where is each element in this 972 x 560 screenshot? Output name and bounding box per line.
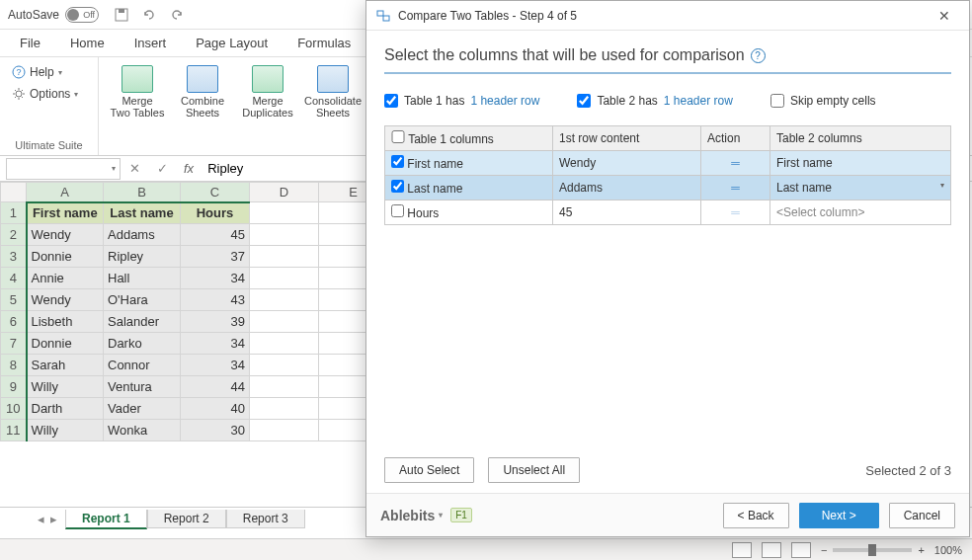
table-row[interactable]: Hours [385,200,553,225]
options-button[interactable]: Options▾ [8,83,82,105]
sheet-tab[interactable]: Report 2 [147,510,226,528]
cell[interactable]: Vader [104,398,181,420]
sheet-nav-prev-icon[interactable]: ◂ [38,512,44,526]
column-header[interactable]: B [104,183,181,202]
column-checkbox[interactable] [391,204,404,217]
row-header[interactable]: 7 [1,333,27,355]
cell[interactable]: Salander [104,311,181,333]
accept-formula-icon[interactable]: ✓ [148,161,176,176]
cell[interactable]: Lisbeth [27,311,104,333]
cell[interactable]: Annie [27,268,104,289]
column-checkbox[interactable] [391,155,404,168]
cell[interactable]: Wendy [27,289,104,311]
cell[interactable]: O'Hara [104,289,181,311]
cell[interactable]: Ventura [104,376,181,398]
column-checkbox[interactable] [391,180,404,193]
autosave-toggle[interactable]: AutoSave Off [8,7,99,23]
row-header[interactable]: 8 [1,355,27,376]
dialog-titlebar[interactable]: Compare Two Tables - Step 4 of 5 ✕ [366,1,969,31]
next-button[interactable]: Next > [799,503,879,528]
row-header[interactable]: 5 [1,289,27,311]
name-box[interactable]: ▾ [6,158,121,180]
fx-icon[interactable]: fx [176,161,202,176]
redo-icon[interactable] [168,6,186,24]
cancel-button[interactable]: Cancel [889,503,955,528]
row-header[interactable]: 6 [1,311,27,333]
table2-column-select[interactable]: <Select column> [770,200,951,225]
row-header[interactable]: 3 [1,246,27,268]
cell[interactable]: Hours [181,202,250,224]
column-header[interactable]: D [250,183,319,202]
table2-header-link[interactable]: 1 header row [664,94,733,108]
cell[interactable]: Ripley [104,246,181,268]
cell[interactable]: Donnie [27,333,104,355]
cell[interactable]: Last name [104,202,181,224]
cell[interactable]: 44 [181,376,250,398]
merge-duplicates-button[interactable]: Merge Duplicates [237,61,298,119]
tab-insert[interactable]: Insert [121,32,181,54]
tab-pagelayout[interactable]: Page Layout [182,32,282,54]
consolidate-sheets-button[interactable]: Consolidate Sheets [302,61,364,119]
table2-column-select[interactable]: First name [770,151,951,176]
cell[interactable]: 43 [181,289,250,311]
sheet-tab[interactable]: Report 3 [226,510,305,528]
zoom-in-icon[interactable]: + [918,544,924,556]
cell[interactable]: Addams [104,224,181,246]
sheet-tab[interactable]: Report 1 [65,510,147,529]
row-header[interactable]: 11 [1,420,27,441]
cell[interactable]: Willy [27,420,104,441]
cell[interactable]: 37 [181,246,250,268]
zoom-slider[interactable]: − + [821,544,925,556]
table1-headers-checkbox[interactable]: Table 1 has 1 header row [384,94,539,108]
close-icon[interactable]: ✕ [930,8,959,24]
select-all-corner[interactable] [1,183,27,202]
cell[interactable]: Darko [104,333,181,355]
unselect-all-button[interactable]: Unselect All [488,457,580,483]
column-header[interactable]: C [181,183,250,202]
cell[interactable]: Wonka [104,420,181,441]
table1-header-link[interactable]: 1 header row [470,94,539,108]
table-row[interactable]: First name [385,151,553,176]
zoom-out-icon[interactable]: − [821,544,827,556]
cell[interactable]: 40 [181,398,250,420]
table2-column-select[interactable]: Last name▾ [770,176,951,200]
cell[interactable]: Connor [104,355,181,376]
cell[interactable]: Willy [27,376,104,398]
sheet-nav-next-icon[interactable]: ▸ [50,512,57,526]
tab-formulas[interactable]: Formulas [284,32,364,54]
brand-label[interactable]: Ablebits▾ [380,508,443,523]
table-row[interactable]: Last name [385,176,553,200]
page-break-view-icon[interactable] [791,542,811,558]
cancel-formula-icon[interactable]: ✕ [121,161,148,176]
help-icon[interactable]: ? [751,48,766,63]
save-icon[interactable] [113,6,130,24]
row-header[interactable]: 4 [1,268,27,289]
cell[interactable]: Sarah [27,355,104,376]
back-button[interactable]: < Back [723,503,789,528]
cell[interactable]: 45 [181,224,250,246]
cell[interactable]: 39 [181,311,250,333]
autosave-switch[interactable]: Off [65,7,99,23]
row-header[interactable]: 1 [1,202,27,224]
row-header[interactable]: 2 [1,224,27,246]
grid[interactable]: A B C D E 1 First name Last name Hours 2… [0,182,388,441]
help-button[interactable]: ? Help▾ [8,61,66,83]
row-header[interactable]: 9 [1,376,27,398]
merge-two-tables-button[interactable]: Merge Two Tables [107,61,168,119]
row-header[interactable]: 10 [1,398,27,420]
cell[interactable]: 34 [181,355,250,376]
select-all-columns-checkbox[interactable] [391,130,405,143]
zoom-level[interactable]: 100% [934,544,962,556]
cell[interactable]: First name [27,202,104,224]
cell[interactable]: 34 [181,333,250,355]
undo-icon[interactable] [140,6,158,24]
normal-view-icon[interactable] [732,542,752,558]
combine-sheets-button[interactable]: Combine Sheets [172,61,233,119]
table2-headers-checkbox[interactable]: Table 2 has 1 header row [577,94,732,108]
cell[interactable]: Hall [104,268,181,289]
cell[interactable]: 30 [181,420,250,441]
page-layout-view-icon[interactable] [762,542,781,558]
cell[interactable]: Darth [27,398,104,420]
cell[interactable]: Donnie [27,246,104,268]
skip-empty-checkbox[interactable]: Skip empty cells [770,94,876,108]
